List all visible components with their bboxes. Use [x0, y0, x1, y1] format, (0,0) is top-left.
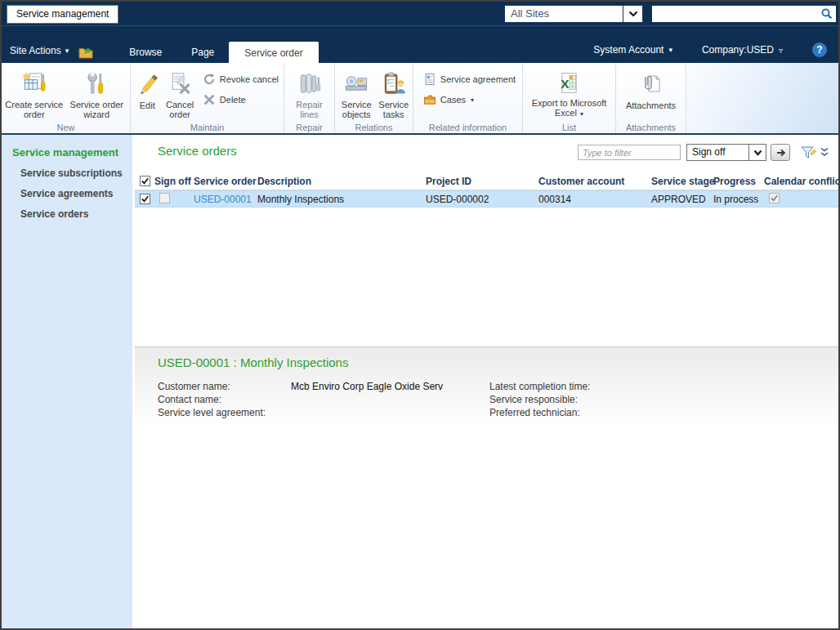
check-icon — [770, 194, 779, 203]
delete-label: Delete — [220, 95, 246, 105]
scope-dropdown-button[interactable] — [623, 6, 642, 22]
revoke-cancel-label: Revoke cancel — [220, 74, 279, 84]
revoke-cancel-icon — [203, 73, 216, 86]
page-body: Service management Service subscriptions… — [2, 135, 838, 628]
column-header-project-id[interactable]: Project ID — [426, 176, 538, 187]
help-button[interactable]: ? — [812, 42, 827, 57]
service-agreement-label: Service agreement — [440, 74, 516, 84]
column-header-customer-account[interactable]: Customer account — [538, 176, 651, 187]
search-input[interactable] — [652, 7, 820, 21]
service-agreement-icon — [423, 73, 436, 86]
calendar-conflict-checkbox — [769, 193, 780, 203]
ribbon-group-label: Relations — [335, 123, 413, 132]
service-stage-cell: APPROVED — [651, 194, 713, 205]
field-label-service-level-agreement: Service level agreement: — [158, 407, 291, 418]
ribbon-group-label: Related information — [413, 123, 522, 132]
sidebar-item-service-subscriptions[interactable]: Service subscriptions — [2, 168, 132, 179]
excel-icon: X — [556, 71, 583, 95]
field-label-contact-name: Contact name: — [158, 394, 291, 405]
content-toolbar: Service orders Sign off — [135, 135, 838, 172]
ribbon-group-repair: Repair lines Repair — [284, 63, 335, 133]
user-menu[interactable]: System Account ▾ — [593, 44, 672, 56]
field-label-latest-completion-time: Latest completion time: — [489, 381, 628, 392]
cases-button[interactable]: Cases ▾ — [423, 93, 516, 106]
service-order-link[interactable]: USED-00001 — [194, 194, 257, 205]
chevron-down-icon — [628, 11, 638, 17]
create-service-order-button[interactable]: Create service order — [3, 66, 65, 120]
chevron-down-icon: ▾ — [65, 47, 69, 55]
column-header-calendar-conflict[interactable]: Calendar conflict — [764, 176, 840, 187]
chevron-down-outline-icon: ▿ — [779, 46, 783, 55]
service-objects-label: Service objects — [337, 100, 375, 119]
ribbon-group-list: X Export to Microsoft Excel ▾ List — [523, 63, 616, 133]
service-agreement-button[interactable]: Service agreement — [423, 73, 516, 86]
column-header-service-order[interactable]: Service order — [194, 176, 257, 187]
dropdown-arrow-icon: ▾ — [471, 96, 474, 104]
sidebar-item-service-agreements[interactable]: Service agreements — [2, 188, 132, 199]
detail-right-column: Latest completion time: Service responsi… — [489, 380, 628, 419]
detail-left-column: Customer name: Mcb Enviro Corp Eagle Oxi… — [158, 380, 489, 419]
navigate-up-icon[interactable] — [77, 45, 100, 63]
ribbon-group-label: Maintain — [131, 123, 284, 132]
export-to-excel-button[interactable]: X Export to Microsoft Excel ▾ — [525, 66, 614, 120]
service-order-wizard-icon — [83, 71, 109, 96]
ribbon-tab-strip: Browse Page Service order — [114, 42, 318, 63]
create-service-order-label: Create service order — [4, 100, 65, 119]
row-select-checkbox[interactable] — [140, 194, 150, 204]
site-tab-label: Service management — [16, 8, 109, 20]
sidebar: Service management Service subscriptions… — [2, 135, 132, 628]
select-all-checkbox[interactable] — [140, 176, 150, 186]
cancel-order-icon — [167, 71, 193, 96]
sidebar-item-service-orders[interactable]: Service orders — [2, 208, 132, 220]
top-bar: Service management All Sites — [2, 2, 838, 26]
company-menu[interactable]: Company:USED ▿ — [702, 44, 783, 56]
filter-input[interactable] — [578, 145, 681, 160]
tab-browse[interactable]: Browse — [114, 42, 176, 63]
tab-page[interactable]: Page — [176, 42, 229, 63]
attachments-icon — [638, 71, 664, 97]
column-header-service-stage[interactable]: Service stage — [651, 176, 713, 187]
service-tasks-button[interactable]: Service tasks — [376, 66, 411, 120]
application-window: Service management All Sites Site Action… — [0, 0, 840, 630]
column-header-sign-off[interactable]: Sign off — [154, 176, 194, 187]
field-label-preferred-technician: Preferred technician: — [489, 407, 628, 418]
filter-field-dropdown[interactable]: Sign off — [686, 144, 766, 161]
maintain-small-buttons: Revoke cancel Delete — [198, 66, 282, 120]
table-header: Sign off Service order Description Proje… — [135, 172, 838, 190]
description-cell: Monthly Inspections — [257, 194, 426, 205]
check-icon — [141, 194, 150, 203]
ribbon-group-label: Repair — [284, 123, 334, 132]
main-content: Service orders Sign off — [135, 135, 838, 628]
related-information-buttons: Service agreement Cases ▾ — [417, 66, 519, 106]
search-icon[interactable] — [820, 7, 833, 20]
search-scope-dropdown[interactable]: All Sites — [504, 5, 643, 23]
service-objects-button[interactable]: Service objects — [337, 66, 376, 120]
advanced-filter-button[interactable] — [801, 146, 829, 159]
delete-button[interactable]: Delete — [203, 93, 279, 106]
repair-lines-button[interactable]: Repair lines — [287, 66, 333, 120]
customer-account-cell: 000314 — [538, 194, 651, 205]
ribbon-group-label: List — [523, 123, 615, 132]
edit-icon — [134, 71, 160, 97]
filter-field-dropdown-button[interactable] — [748, 145, 766, 160]
detail-title: USED-00001 : Monthly Inspections — [158, 355, 838, 369]
site-actions-menu[interactable]: Site Actions ▾ — [2, 45, 77, 63]
table-row[interactable]: USED-00001 Monthly Inspections USED-0000… — [135, 190, 838, 208]
service-objects-icon — [343, 71, 369, 96]
filter-field-value: Sign off — [687, 145, 748, 160]
edit-button[interactable]: Edit — [132, 66, 162, 120]
check-icon — [141, 176, 150, 185]
filter-funnel-icon — [801, 146, 818, 159]
column-header-progress[interactable]: Progress — [713, 176, 764, 187]
ribbon-group-attachments: Attachments Attachments — [616, 63, 686, 133]
search-scope-value: All Sites — [505, 6, 623, 22]
tab-service-order[interactable]: Service order — [229, 42, 318, 63]
column-header-description[interactable]: Description — [257, 176, 426, 187]
cancel-order-button[interactable]: Cancel order — [162, 66, 197, 120]
service-order-wizard-button[interactable]: Service order wizard — [65, 66, 128, 120]
project-id-cell: USED-000002 — [426, 194, 538, 205]
apply-filter-button[interactable] — [771, 144, 790, 161]
attachments-button[interactable]: Attachments — [619, 66, 684, 120]
revoke-cancel-button[interactable]: Revoke cancel — [203, 73, 279, 86]
site-tab-service-management[interactable]: Service management — [7, 5, 118, 24]
